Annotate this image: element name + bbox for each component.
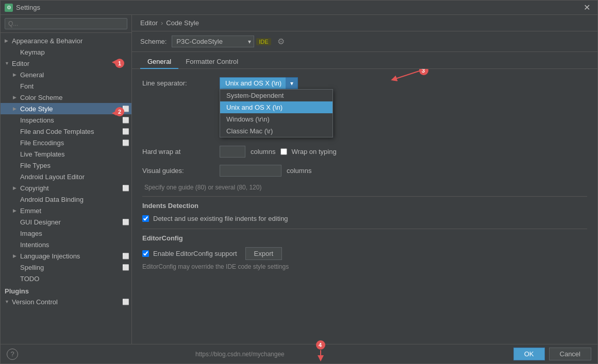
sidebar-item-label: Appearance & Behavior — [12, 37, 131, 45]
sidebar-item-file-types[interactable]: File Types — [1, 160, 131, 171]
expand-arrow-icon: ▶ — [13, 106, 20, 111]
page-badge-icon: ⬜ — [122, 299, 129, 305]
page-badge-icon: ⬜ — [122, 253, 129, 259]
page-badge-icon: ⬜ — [122, 128, 129, 135]
enable-editorconfig-label: Enable EditorConfig support — [153, 250, 237, 257]
dropdown-option-classic-mac[interactable]: Classic Mac (\r) — [220, 125, 333, 137]
search-input[interactable] — [5, 18, 127, 29]
svg-line-0 — [394, 71, 421, 79]
line-separator-dropdown-btn[interactable]: ▾ — [286, 77, 298, 89]
settings-window: ⚙ Settings ✕ ▶ Appearance & Behavior Key… — [0, 0, 598, 364]
sidebar-item-label: Font — [20, 82, 131, 90]
dropdown-option-system[interactable]: System-Dependent — [220, 90, 333, 101]
sidebar-item-label: Images — [20, 230, 131, 237]
hard-wrap-row: Hard wrap at columns Wrap on typing — [142, 146, 587, 158]
visual-guides-label: Visual guides: — [142, 167, 214, 175]
visual-guides-input[interactable] — [220, 165, 281, 177]
line-separator-dropdown-menu: System-Dependent Unix and OS X (\n) Wind… — [220, 89, 333, 137]
expand-arrow-icon: ▶ — [13, 208, 20, 213]
help-button[interactable]: ? — [7, 349, 18, 360]
sidebar-item-label: Android Layout Editor — [20, 173, 131, 181]
hard-wrap-label: Hard wrap at — [142, 148, 214, 155]
dropdown-option-unix[interactable]: Unix and OS X (\n) — [220, 101, 333, 113]
footer-buttons: OK Cancel — [513, 348, 591, 360]
sidebar-item-spelling[interactable]: Spelling ⬜ — [1, 262, 131, 273]
detect-indents-label: Detect and use existing file indents for… — [153, 215, 288, 222]
visual-guides-row: Visual guides: columns — [142, 165, 587, 177]
enable-editorconfig-checkbox[interactable] — [142, 250, 149, 257]
page-badge-icon: ⬜ — [122, 185, 129, 192]
sidebar-item-live-templates[interactable]: Live Templates — [1, 148, 131, 160]
sidebar-item-label: Keymap — [20, 48, 131, 56]
sidebar-item-font[interactable]: Font — [1, 80, 131, 92]
sidebar-item-label: TODO — [20, 275, 131, 283]
title-bar: ⚙ Settings ✕ — [1, 1, 597, 15]
sidebar-item-images[interactable]: Images — [1, 228, 131, 239]
sidebar-item-intentions[interactable]: Intentions — [1, 239, 131, 250]
hard-wrap-columns-label: columns — [251, 148, 275, 155]
sidebar-item-label: Color Scheme — [20, 94, 131, 101]
page-badge-icon: ⬜ — [122, 140, 129, 146]
sidebar-item-label: Version Control — [12, 298, 122, 306]
sidebar-item-appearance[interactable]: ▶ Appearance & Behavior — [1, 35, 131, 46]
sidebar-item-editor[interactable]: ▼ Editor ◀ 1 — [1, 58, 131, 69]
breadcrumb-code-style: Code Style — [166, 19, 199, 27]
sidebar-item-color-scheme[interactable]: ▶ Color Scheme — [1, 92, 131, 103]
sidebar-item-label: Emmet — [20, 207, 131, 215]
expand-arrow-icon: ▶ — [13, 72, 20, 77]
close-button[interactable]: ✕ — [580, 2, 593, 13]
dropdown-option-windows[interactable]: Windows (\r\n) — [220, 113, 333, 125]
enable-editorconfig-row: Enable EditorConfig support — [142, 250, 237, 257]
page-badge-icon: ⬜ — [122, 219, 129, 226]
sidebar-item-keymap[interactable]: Keymap — [1, 46, 131, 58]
line-separator-dropdown-wrapper: Unix and OS X (\n) ▾ System-Dependent Un… — [220, 77, 298, 89]
nav-section-plugins: Plugins — [1, 284, 131, 296]
sidebar-item-todo[interactable]: TODO — [1, 273, 131, 284]
tab-formatter-control[interactable]: Formatter Control — [178, 55, 245, 69]
sidebar-item-android-layout[interactable]: Android Layout Editor — [1, 171, 131, 182]
scheme-label: Scheme: — [140, 38, 167, 45]
wrap-on-typing-label: Wrap on typing — [291, 148, 336, 155]
content-panel: Editor › Code Style Scheme: P3C-CodeStyl… — [132, 15, 597, 344]
page-badge-icon: ⬜ — [122, 264, 129, 271]
svg-text:3: 3 — [422, 69, 425, 74]
indents-section-header: Indents Detection — [142, 202, 587, 210]
scheme-select[interactable]: P3C-CodeStyle — [172, 36, 254, 47]
sidebar-item-label: GUI Designer — [20, 218, 122, 226]
detect-indents-checkbox[interactable] — [142, 215, 149, 222]
main-content: ▶ Appearance & Behavior Keymap ▼ Editor … — [1, 15, 597, 344]
export-button[interactable]: Export — [245, 247, 283, 260]
breadcrumb-editor: Editor — [140, 19, 158, 27]
sidebar-item-general[interactable]: ▶ General — [1, 69, 131, 80]
sidebar-item-label: General — [20, 71, 131, 79]
scheme-select-wrapper: P3C-CodeStyle — [172, 36, 254, 47]
divider-2 — [142, 229, 587, 229]
expand-arrow-icon: ▼ — [5, 61, 12, 66]
sidebar-item-language-injections[interactable]: ▶ Language Injections ⬜ — [1, 250, 131, 262]
sidebar-item-android-data-binding[interactable]: Android Data Binding — [1, 194, 131, 205]
sidebar-item-emmet[interactable]: ▶ Emmet — [1, 205, 131, 216]
tab-general[interactable]: General — [140, 55, 178, 69]
sidebar-item-label: Code Style — [20, 105, 122, 113]
sidebar-item-gui-designer[interactable]: GUI Designer ⬜ — [1, 216, 131, 228]
sidebar: ▶ Appearance & Behavior Keymap ▼ Editor … — [1, 15, 132, 344]
gear-icon[interactable]: ⚙ — [276, 36, 286, 47]
sidebar-item-file-encodings[interactable]: File Encodings ⬜ — [1, 137, 131, 148]
sidebar-item-version-control[interactable]: ▼ Version Control ⬜ — [1, 296, 131, 307]
sidebar-item-file-code-templates[interactable]: File and Code Templates ⬜ — [1, 126, 131, 137]
scheme-row: Scheme: P3C-CodeStyle IDE ⚙ — [132, 31, 597, 52]
sidebar-item-code-style[interactable]: ▶ Code Style ⬜ ◀ 2 — [1, 103, 131, 114]
breadcrumb: Editor › Code Style — [132, 15, 597, 31]
ok-button[interactable]: OK — [513, 348, 545, 360]
wrap-on-typing-checkbox[interactable] — [280, 148, 287, 155]
annotation-circle-1: 1 — [115, 59, 124, 68]
scheme-tag: IDE — [256, 38, 271, 45]
sidebar-item-copyright[interactable]: ▶ Copyright ⬜ — [1, 182, 131, 194]
window-title: Settings — [16, 4, 580, 11]
sidebar-item-label: Copyright — [20, 184, 122, 192]
editorconfig-note: EditorConfig may override the IDE code s… — [142, 263, 587, 270]
hard-wrap-input[interactable] — [220, 146, 245, 158]
cancel-button[interactable]: Cancel — [549, 348, 591, 360]
footer-url: https://blog.csdn.net/mychangee — [195, 351, 285, 358]
sidebar-item-label: File Types — [20, 162, 131, 169]
